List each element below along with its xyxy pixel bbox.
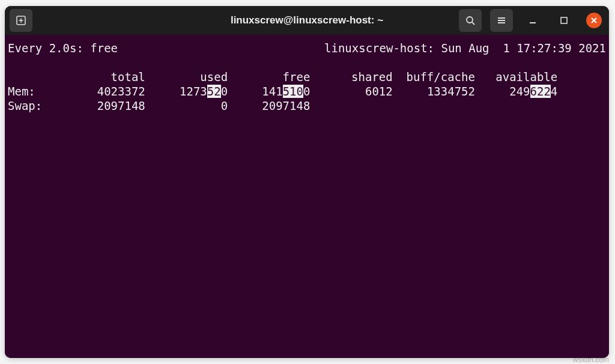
header-row: total used free shared buff/cache availa… bbox=[8, 70, 606, 84]
watch-header: Every 2.0s: freelinuxscrew-host: Sun Aug… bbox=[8, 41, 606, 55]
blank-row bbox=[8, 55, 606, 70]
terminal-window: linuxscrew@linuxscrew-host: ~ Every 2.0s… bbox=[5, 6, 609, 358]
minimize-button[interactable] bbox=[521, 9, 544, 32]
new-tab-button[interactable] bbox=[10, 9, 32, 32]
window-controls bbox=[459, 9, 604, 32]
swap-row: Swap: 2097148 0 2097148 bbox=[8, 99, 606, 113]
svg-point-3 bbox=[467, 17, 473, 23]
svg-rect-9 bbox=[561, 17, 567, 23]
maximize-button[interactable] bbox=[553, 9, 575, 32]
watch-interval: Every 2.0s: free bbox=[8, 41, 118, 55]
svg-line-4 bbox=[472, 22, 474, 25]
terminal-output[interactable]: Every 2.0s: freelinuxscrew-host: Sun Aug… bbox=[5, 35, 609, 358]
mem-row: Mem: 4023372 1273520 1415100 6012 133475… bbox=[8, 84, 606, 99]
close-button[interactable] bbox=[586, 13, 602, 28]
titlebar: linuxscrew@linuxscrew-host: ~ bbox=[5, 6, 609, 35]
watch-host-time: linuxscrew-host: Sun Aug 1 17:27:39 2021 bbox=[324, 41, 606, 55]
menu-button[interactable] bbox=[490, 9, 513, 32]
watermark: wsxdn.com bbox=[573, 356, 609, 364]
search-button[interactable] bbox=[459, 9, 482, 32]
